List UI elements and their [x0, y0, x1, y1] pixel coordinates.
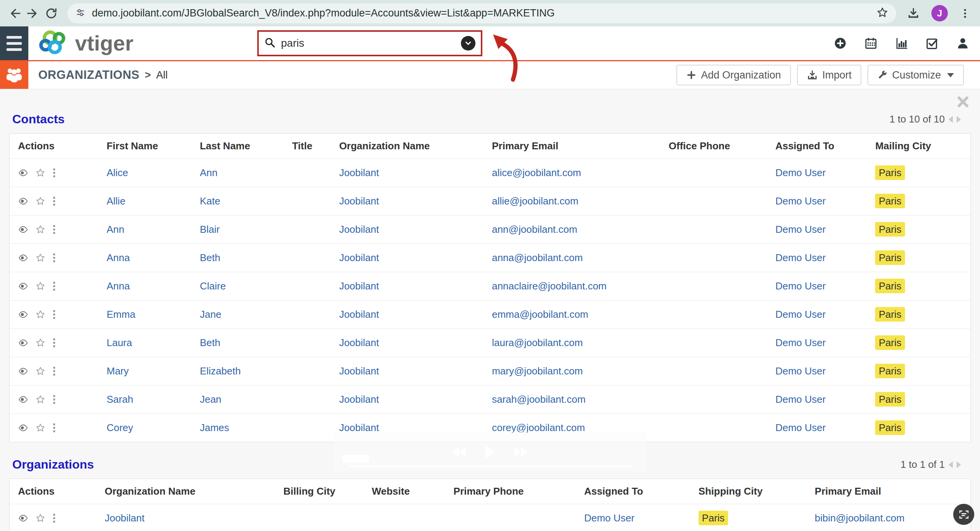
contact-email-link[interactable]: ann@joobilant.com: [492, 224, 577, 235]
customize-button[interactable]: Customize: [867, 65, 964, 85]
downloads-icon[interactable]: [907, 7, 920, 20]
more-actions-icon[interactable]: [52, 338, 56, 348]
more-actions-icon[interactable]: [52, 309, 56, 320]
more-actions-icon[interactable]: [52, 253, 56, 263]
assigned-to-link[interactable]: Demo User: [775, 309, 825, 320]
hamburger-menu-button[interactable]: [0, 26, 28, 60]
follow-star-icon[interactable]: [35, 224, 46, 235]
view-record-icon[interactable]: [18, 253, 28, 263]
view-record-icon[interactable]: [18, 224, 28, 235]
contact-last-name-link[interactable]: Elizabeth: [200, 365, 241, 377]
contact-first-name-link[interactable]: Alice: [106, 167, 128, 178]
contact-first-name-link[interactable]: Laura: [106, 337, 132, 348]
follow-star-icon[interactable]: [35, 309, 46, 320]
contact-first-name-link[interactable]: Anna: [106, 280, 130, 292]
contact-organization-link[interactable]: Joobilant: [339, 394, 379, 405]
more-actions-icon[interactable]: [52, 224, 56, 235]
global-search-box[interactable]: [257, 30, 482, 56]
contact-first-name-link[interactable]: Ann: [106, 224, 124, 235]
tasks-checkbox-icon[interactable]: [926, 37, 939, 50]
pager-next-icon[interactable]: [957, 461, 961, 468]
follow-star-icon[interactable]: [35, 338, 46, 348]
more-actions-icon[interactable]: [52, 394, 56, 405]
calendar-icon[interactable]: [864, 37, 877, 50]
reports-chart-icon[interactable]: [895, 37, 908, 50]
more-actions-icon[interactable]: [52, 423, 56, 433]
more-actions-icon[interactable]: [52, 366, 56, 377]
assigned-to-link[interactable]: Demo User: [775, 167, 825, 178]
site-info-icon[interactable]: [75, 7, 86, 20]
contact-organization-link[interactable]: Joobilant: [339, 252, 379, 263]
address-bar[interactable]: demo.joobilant.com/JBGlobalSearch_V8/ind…: [67, 3, 896, 23]
contact-last-name-link[interactable]: Ann: [200, 167, 217, 178]
assigned-to-link[interactable]: Demo User: [775, 365, 825, 377]
contact-last-name-link[interactable]: James: [200, 422, 229, 433]
organization-name-link[interactable]: Joobilant: [105, 512, 144, 524]
contact-organization-link[interactable]: Joobilant: [339, 309, 379, 320]
user-profile-icon[interactable]: [956, 37, 969, 50]
assigned-to-link[interactable]: Demo User: [775, 195, 825, 207]
search-input[interactable]: [280, 37, 456, 50]
quick-create-plus-icon[interactable]: [834, 37, 847, 50]
contact-last-name-link[interactable]: Jane: [200, 309, 221, 320]
contact-last-name-link[interactable]: Beth: [200, 337, 220, 348]
organizations-module-icon[interactable]: [0, 61, 28, 89]
view-record-icon[interactable]: [18, 366, 28, 376]
search-options-chevron-icon[interactable]: [461, 36, 475, 51]
follow-star-icon[interactable]: [35, 513, 46, 523]
contact-last-name-link[interactable]: Beth: [200, 252, 220, 263]
follow-star-icon[interactable]: [35, 196, 46, 206]
vtiger-logo[interactable]: vtiger: [38, 28, 134, 59]
browser-back-icon[interactable]: [5, 4, 24, 23]
contact-organization-link[interactable]: Joobilant: [339, 224, 379, 235]
contact-email-link[interactable]: corey@joobilant.com: [492, 422, 585, 433]
contact-first-name-link[interactable]: Corey: [106, 422, 133, 433]
contact-email-link[interactable]: emma@joobilant.com: [492, 309, 588, 320]
follow-star-icon[interactable]: [35, 394, 46, 405]
breadcrumb-module-label[interactable]: ORGANIZATIONS: [38, 68, 139, 82]
view-record-icon[interactable]: [18, 196, 28, 206]
organization-email-link[interactable]: bibin@joobilant.com: [815, 512, 905, 524]
bookmark-star-icon[interactable]: [876, 7, 889, 20]
follow-star-icon[interactable]: [35, 423, 46, 433]
more-actions-icon[interactable]: [52, 281, 56, 292]
follow-star-icon[interactable]: [35, 253, 46, 263]
more-actions-icon[interactable]: [52, 513, 56, 524]
contact-organization-link[interactable]: Joobilant: [339, 422, 379, 433]
contact-organization-link[interactable]: Joobilant: [339, 337, 379, 348]
pager-next-icon[interactable]: [957, 116, 961, 123]
follow-star-icon[interactable]: [35, 281, 46, 291]
assigned-to-link[interactable]: Demo User: [584, 512, 634, 524]
contact-organization-link[interactable]: Joobilant: [339, 280, 379, 292]
contact-email-link[interactable]: mary@joobilant.com: [492, 365, 583, 377]
add-organization-button[interactable]: Add Organization: [676, 65, 791, 85]
import-button[interactable]: Import: [797, 65, 862, 85]
contact-email-link[interactable]: allie@joobilant.com: [492, 195, 578, 207]
browser-profile-avatar[interactable]: J: [931, 5, 948, 21]
contact-email-link[interactable]: annaclaire@joobilant.com: [492, 280, 607, 292]
contact-first-name-link[interactable]: Anna: [106, 252, 130, 263]
url-text[interactable]: demo.joobilant.com/JBGlobalSearch_V8/ind…: [92, 7, 555, 19]
assigned-to-link[interactable]: Demo User: [775, 422, 825, 433]
view-record-icon[interactable]: [18, 309, 28, 320]
view-record-icon[interactable]: [18, 338, 28, 348]
contact-last-name-link[interactable]: Jean: [200, 394, 221, 405]
breadcrumb-view-label[interactable]: All: [156, 69, 168, 81]
contact-email-link[interactable]: laura@joobilant.com: [492, 337, 583, 348]
browser-menu-icon[interactable]: [959, 8, 971, 19]
contact-first-name-link[interactable]: Mary: [106, 365, 129, 377]
close-icon[interactable]: [956, 95, 969, 108]
view-record-icon[interactable]: [18, 423, 28, 433]
assigned-to-link[interactable]: Demo User: [775, 252, 825, 263]
contact-organization-link[interactable]: Joobilant: [339, 365, 379, 377]
view-record-icon[interactable]: [18, 394, 28, 405]
assigned-to-link[interactable]: Demo User: [775, 280, 825, 292]
contact-last-name-link[interactable]: Kate: [200, 195, 220, 207]
contact-first-name-link[interactable]: Allie: [106, 195, 125, 207]
floating-capture-button[interactable]: [953, 504, 974, 525]
contact-organization-link[interactable]: Joobilant: [339, 167, 379, 178]
pager-prev-icon[interactable]: [949, 116, 953, 123]
more-actions-icon[interactable]: [52, 168, 56, 178]
view-record-icon[interactable]: [18, 513, 28, 523]
contact-organization-link[interactable]: Joobilant: [339, 195, 379, 207]
